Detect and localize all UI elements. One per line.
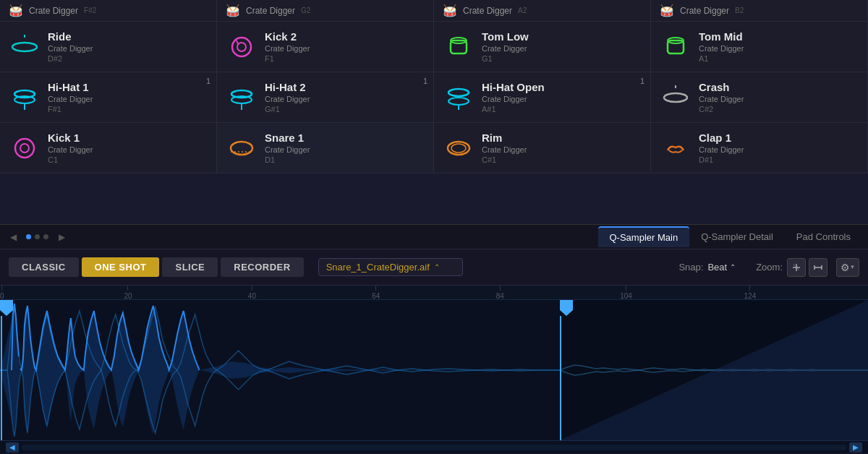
scroll-track[interactable] — [22, 445, 846, 450]
pad-cell[interactable]: Kick 2 Crate Digger F1 — [217, 22, 434, 72]
pad-icon — [226, 82, 258, 113]
settings-button[interactable]: ⚙ ▼ — [836, 258, 859, 277]
pad-cell[interactable]: Kick 1 Crate Digger C1 — [0, 123, 217, 174]
pad-cell[interactable]: Snare 1 Crate Digger D1 — [217, 123, 434, 174]
pad-name: Crash — [699, 81, 744, 94]
pad-cell[interactable]: 1 Hi-Hat 2 Crate Digger G#1 — [217, 72, 434, 123]
pad-icon: 🥁 — [660, 4, 674, 17]
pad-icon: 🥁 — [443, 4, 457, 17]
ruler-tick — [252, 286, 252, 291]
svg-point-15 — [448, 89, 469, 96]
pad-note: C#2 — [699, 105, 744, 113]
pad-cell[interactable]: Crash Crate Digger C#2 — [651, 72, 868, 123]
scroll-left-icon: ◀ — [9, 443, 15, 451]
ruler-label: 104 — [620, 292, 632, 300]
mode-recorder-button[interactable]: RECORDER — [221, 257, 303, 277]
next-arrow[interactable]: ▶ — [54, 230, 69, 244]
pad-name: Kick 2 — [265, 30, 310, 43]
pad-cell[interactable]: 1 Hi-Hat 1 Crate Digger F#1 — [0, 72, 217, 123]
file-chevron-icon: ⌃ — [434, 263, 440, 271]
mode-oneshot-button[interactable]: ONE SHOT — [82, 257, 160, 277]
ruler-tick — [626, 286, 626, 291]
pad-name: Ride — [48, 30, 93, 43]
snap-control: Snap: Beat ⌃ — [678, 262, 736, 273]
pad-pack: Crate Digger — [48, 145, 93, 154]
pad-cell[interactable]: Ride Crate Digger D#2 — [0, 22, 217, 72]
pad-name: Kick 1 — [48, 132, 93, 145]
snap-chevron-icon: ⌃ — [730, 263, 736, 271]
dot-1 — [26, 234, 31, 239]
waveform-canvas[interactable] — [0, 300, 868, 440]
scroll-left-button[interactable]: ◀ — [6, 442, 19, 453]
mode-classic-button[interactable]: CLASSIC — [9, 257, 79, 277]
pad-icon — [443, 31, 475, 63]
dot-2 — [35, 234, 40, 239]
pad-note: C1 — [48, 155, 93, 164]
ruler-tick — [375, 286, 376, 291]
pad-note: D1 — [265, 155, 310, 164]
pad-grid: Ride Crate Digger D#2 Kick 2 Crate Digge… — [0, 22, 868, 225]
pad-note: C#1 — [482, 155, 527, 164]
svg-line-4 — [237, 40, 238, 44]
pad-pack: Crate Digger — [699, 44, 744, 53]
pad-count: 1 — [206, 77, 210, 85]
svg-point-20 — [15, 139, 34, 158]
tab-qsampler-main[interactable]: Q-Sampler Main — [598, 226, 690, 247]
settings-chevron-icon: ▼ — [850, 264, 856, 270]
pad-icon — [660, 132, 692, 164]
pad-cell[interactable]: 1 Hi-Hat Open Crate Digger A#1 — [434, 72, 651, 123]
top-partial-cell[interactable]: 🥁 Crate Digger F#2 — [0, 0, 217, 21]
top-partial-cell[interactable]: 🥁 Crate Digger A2 — [434, 0, 651, 21]
svg-point-25 — [451, 144, 466, 153]
pad-cell[interactable]: Tom Low Crate Digger G1 — [434, 22, 651, 72]
snap-value[interactable]: Beat ⌃ — [707, 262, 736, 273]
svg-point-22 — [231, 142, 252, 155]
pad-pack-name: Crate Digger — [680, 6, 729, 16]
pad-pack: Crate Digger — [482, 145, 527, 154]
pad-info: Clap 1 Crate Digger D#1 — [699, 132, 744, 164]
pad-pack: Crate Digger — [482, 95, 545, 103]
pad-note: B2 — [735, 7, 744, 14]
zoom-fit-button[interactable] — [809, 258, 827, 277]
pad-cell[interactable]: Clap 1 Crate Digger D#1 — [651, 123, 868, 174]
pad-icon — [226, 132, 258, 164]
pad-name: Tom Low — [482, 30, 529, 43]
svg-point-2 — [232, 38, 251, 56]
ruler-mark: 0 — [0, 286, 4, 300]
pad-note: F#2 — [84, 7, 96, 14]
tab-qsampler-detail[interactable]: Q-Sampler Detail — [689, 227, 785, 247]
prev-arrow[interactable]: ◀ — [6, 230, 20, 244]
ruler-mark: 124 — [744, 286, 757, 300]
ruler-tick — [500, 286, 501, 291]
pad-cell[interactable]: Rim Crate Digger C#1 — [434, 123, 651, 174]
pad-count: 1 — [640, 77, 644, 85]
ruler-tick — [127, 286, 128, 291]
pad-info: Kick 1 Crate Digger C1 — [48, 132, 93, 164]
pad-info: Rim Crate Digger C#1 — [482, 132, 527, 164]
svg-point-3 — [237, 43, 246, 51]
dot-3 — [43, 234, 48, 239]
pad-icon: 🥁 — [226, 4, 240, 17]
scroll-right-button[interactable]: ▶ — [849, 442, 862, 453]
pad-icon — [9, 82, 41, 113]
top-partial-info: 🥁 Crate Digger A2 — [443, 4, 527, 17]
scroll-right-icon: ▶ — [853, 443, 859, 451]
zoom-height-button[interactable] — [787, 258, 806, 277]
top-partial-cell[interactable]: 🥁 Crate Digger B2 — [651, 0, 868, 21]
mode-slice-button[interactable]: SLICE — [162, 257, 218, 277]
tab-pad-controls[interactable]: Pad Controls — [785, 227, 862, 247]
pad-pack: Crate Digger — [482, 44, 529, 53]
ruler-label: 20 — [124, 292, 132, 300]
pad-count: 1 — [423, 77, 427, 85]
ruler-tick — [749, 286, 750, 291]
svg-marker-33 — [560, 300, 573, 316]
pad-name: Snare 1 — [265, 132, 310, 145]
start-marker-handle[interactable] — [0, 300, 13, 319]
end-marker-handle[interactable] — [560, 300, 573, 319]
pad-cell[interactable]: Tom Mid Crate Digger A1 — [651, 22, 868, 72]
sampler-tabs: ◀ ▶ Q-Sampler Main Q-Sampler Detail Pad … — [0, 225, 868, 249]
file-selector[interactable]: Snare_1_CrateDigger.aif ⌃ — [318, 258, 463, 276]
pad-note: G1 — [482, 54, 529, 63]
top-partial-cell[interactable]: 🥁 Crate Digger G2 — [217, 0, 434, 21]
start-marker-line — [1, 316, 2, 440]
